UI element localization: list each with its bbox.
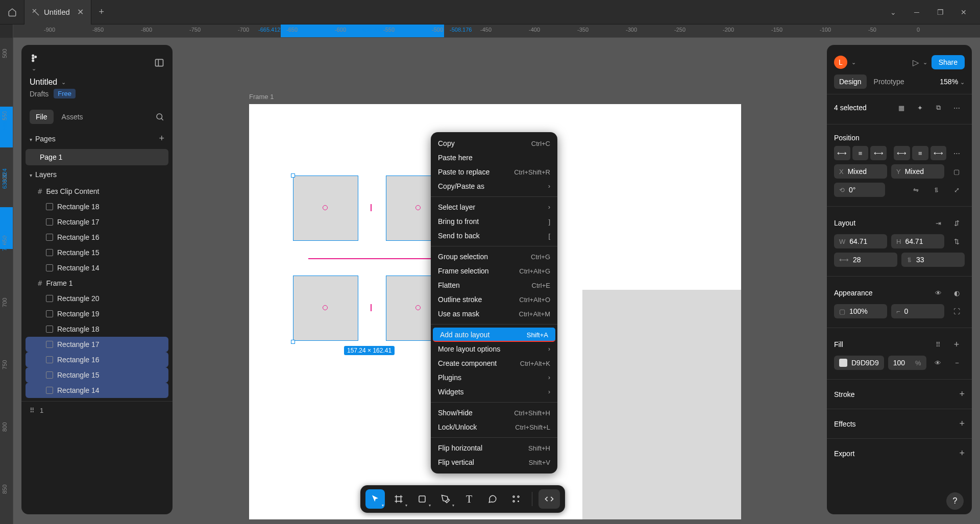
ctx-paste-here[interactable]: Paste here	[431, 151, 557, 165]
new-tab-button[interactable]: +	[91, 0, 112, 24]
zoom-level[interactable]: 158% ⌄	[940, 78, 965, 86]
align-left-icon[interactable]: ⟷	[834, 146, 850, 160]
layer-rectangle-14[interactable]: Rectangle 14	[26, 383, 168, 398]
layer-rectangle-14[interactable]: Rectangle 14	[26, 260, 168, 276]
ctx-create-component[interactable]: Create componentCtrl+Alt+K	[431, 356, 557, 370]
add-effect-button[interactable]: +	[959, 418, 965, 429]
grid-icon[interactable]: ▦	[893, 101, 910, 115]
fill-remove-icon[interactable]: −	[949, 356, 965, 370]
flip-v-icon[interactable]: ⥮	[928, 183, 944, 197]
layer-rectangle-17[interactable]: Rectangle 17	[26, 337, 168, 352]
ctx-lock-unlock[interactable]: Lock/UnlockCtrl+Shift+L	[431, 420, 557, 434]
layer-rectangle-20[interactable]: Rectangle 20	[26, 291, 168, 306]
ctx-plugins[interactable]: Plugins›	[431, 370, 557, 385]
layer-rectangle-15[interactable]: Rectangle 15	[26, 245, 168, 260]
close-window-button[interactable]: ✕	[957, 8, 971, 16]
ctx-select-layer[interactable]: Select layer›	[431, 200, 557, 214]
ctx-paste-to-replace[interactable]: Paste to replaceCtrl+Shift+R	[431, 165, 557, 179]
gap-v-input[interactable]: ⥮33	[901, 253, 965, 267]
fill-color-input[interactable]: D9D9D9	[834, 356, 884, 370]
ctx-bring-to-front[interactable]: Bring to front]	[431, 214, 557, 229]
align-right-icon[interactable]: ⟷	[870, 146, 887, 160]
tab-close-icon[interactable]: ✕	[77, 7, 84, 17]
visibility-icon[interactable]: 👁	[930, 286, 946, 300]
shape-tool[interactable]: ▾	[412, 489, 432, 509]
tab-design[interactable]: Design	[834, 74, 867, 89]
text-tool[interactable]: T	[459, 489, 479, 509]
minimize-button[interactable]: ─	[910, 8, 924, 16]
share-button[interactable]: Share	[932, 55, 965, 69]
ctx-add-auto-layout[interactable]: Add auto layoutShift+A	[433, 328, 555, 342]
prototype-play-icon[interactable]: ▷	[913, 58, 919, 67]
actions-tool[interactable]	[506, 489, 526, 509]
copy-icon[interactable]: ⧉	[930, 101, 946, 115]
align-vcenter-icon[interactable]: ≡	[912, 146, 928, 160]
frame-label[interactable]: Frame 1	[249, 93, 274, 101]
align-more-icon[interactable]: ⋯	[948, 146, 965, 160]
constraints-icon[interactable]: ✦	[912, 101, 928, 115]
abs-position-icon[interactable]: ▢	[948, 164, 965, 179]
drafts-label[interactable]: Drafts	[30, 90, 48, 98]
move-tool[interactable]: ▾	[365, 489, 385, 509]
align-hcenter-icon[interactable]: ≡	[852, 146, 869, 160]
flip-h-icon[interactable]: ⇋	[908, 183, 924, 197]
rotation-input[interactable]: ⟲0°	[834, 183, 885, 197]
layer-rectangle-16[interactable]: Rectangle 16	[26, 230, 168, 245]
dev-mode-toggle[interactable]	[538, 489, 560, 509]
comment-tool[interactable]	[483, 489, 502, 509]
align-top-icon[interactable]: ⟷	[894, 146, 910, 160]
search-icon[interactable]	[155, 112, 164, 121]
help-button[interactable]: ?	[946, 492, 964, 510]
project-title[interactable]: Untitled	[30, 78, 57, 87]
layer-rectangle-18[interactable]: Rectangle 18	[26, 321, 168, 337]
ctx-flip-horizontal[interactable]: Flip horizontalShift+H	[431, 441, 557, 455]
opacity-input[interactable]: ▢100%	[834, 304, 887, 318]
layer-frame-1[interactable]: #Frame 1	[26, 276, 168, 291]
autolayout-h-icon[interactable]: ⇥	[930, 216, 946, 230]
gap-h-input[interactable]: ⟷28	[834, 253, 897, 267]
frame-tool[interactable]: ▾	[389, 489, 408, 509]
ctx-copy[interactable]: CopyCtrl+C	[431, 136, 557, 151]
layer-без-clip-content[interactable]: #Без Clip Content	[26, 184, 168, 199]
tab-assets[interactable]: Assets	[56, 110, 89, 124]
layers-header[interactable]: ▾Layers	[21, 165, 173, 184]
layer-rectangle-15[interactable]: Rectangle 15	[26, 367, 168, 383]
chevron-down-icon[interactable]: ⌄	[886, 8, 900, 16]
figma-menu-icon[interactable]: ⌄	[30, 53, 40, 72]
page-1[interactable]: Page 1	[26, 149, 168, 165]
width-input[interactable]: W64.71	[834, 234, 887, 248]
ctx-use-as-mask[interactable]: Use as maskCtrl+Alt+M	[431, 307, 557, 321]
height-input[interactable]: H64.71	[891, 234, 944, 248]
add-fill-button[interactable]: +	[948, 337, 965, 352]
panels-icon[interactable]	[154, 58, 164, 68]
maximize-button[interactable]: ❐	[933, 8, 947, 16]
autolayout-v-icon[interactable]: ⇵	[948, 216, 965, 230]
more-icon[interactable]: ⋯	[948, 101, 965, 115]
align-bottom-icon[interactable]: ⟷	[930, 146, 947, 160]
fill-visibility-icon[interactable]: 👁	[930, 356, 946, 370]
ctx-copy-paste-as[interactable]: Copy/Paste as›	[431, 179, 557, 193]
avatar[interactable]: L	[834, 56, 847, 69]
add-page-button[interactable]: +	[159, 133, 164, 144]
home-button[interactable]	[0, 0, 24, 24]
fill-opacity-input[interactable]: 100 %	[888, 356, 926, 370]
add-export-button[interactable]: +	[959, 448, 965, 459]
layer-rectangle-16[interactable]: Rectangle 16	[26, 352, 168, 367]
layer-rectangle-18[interactable]: Rectangle 18	[26, 199, 168, 214]
ctx-frame-selection[interactable]: Frame selectionCtrl+Alt+G	[431, 264, 557, 278]
y-input[interactable]: YMixed	[891, 164, 944, 179]
link-wh-icon[interactable]: ⇅	[948, 234, 965, 248]
tab-prototype[interactable]: Prototype	[869, 74, 910, 89]
ctx-more-layout-options[interactable]: More layout options›	[431, 342, 557, 356]
blend-icon[interactable]: ◐	[948, 286, 965, 300]
add-stroke-button[interactable]: +	[959, 389, 965, 400]
layer-rectangle-19[interactable]: Rectangle 19	[26, 306, 168, 321]
flip-diag-icon[interactable]: ⤢	[948, 183, 965, 197]
ctx-flip-vertical[interactable]: Flip verticalShift+V	[431, 455, 557, 469]
ctx-show-hide[interactable]: Show/HideCtrl+Shift+H	[431, 406, 557, 420]
radius-input[interactable]: ⌐0	[891, 304, 944, 318]
tab-untitled[interactable]: Untitled ✕	[24, 0, 91, 24]
styles-icon[interactable]: ⠿	[930, 337, 946, 352]
ctx-outline-stroke[interactable]: Outline strokeCtrl+Alt+O	[431, 292, 557, 307]
ctx-group-selection[interactable]: Group selectionCtrl+G	[431, 249, 557, 264]
